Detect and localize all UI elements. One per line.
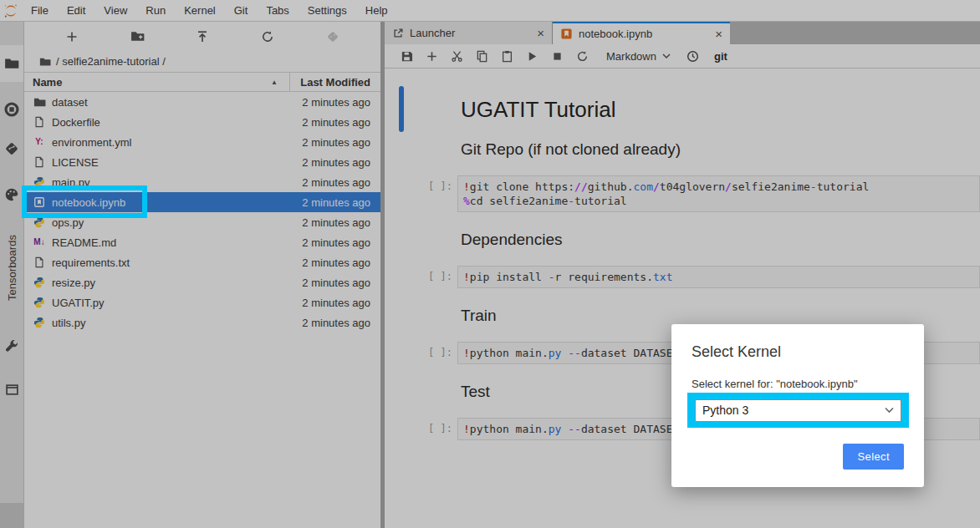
select-kernel-button[interactable]: Select [843,444,904,470]
kernel-select-value: Python 3 [702,404,885,417]
jupyterlab-app: FileEditViewRunKernelGitTabsSettingsHelp… [0,0,980,528]
dialog-message: Select kernel for: "notebook.ipynb" [692,378,858,390]
chevron-down-icon [885,407,894,414]
highlight-box-kernel-select: Python 3 [687,393,909,428]
select-kernel-dialog: Select Kernel Select kernel for: "notebo… [671,324,924,487]
dialog-title: Select Kernel [692,343,781,361]
kernel-select[interactable]: Python 3 [695,399,901,422]
